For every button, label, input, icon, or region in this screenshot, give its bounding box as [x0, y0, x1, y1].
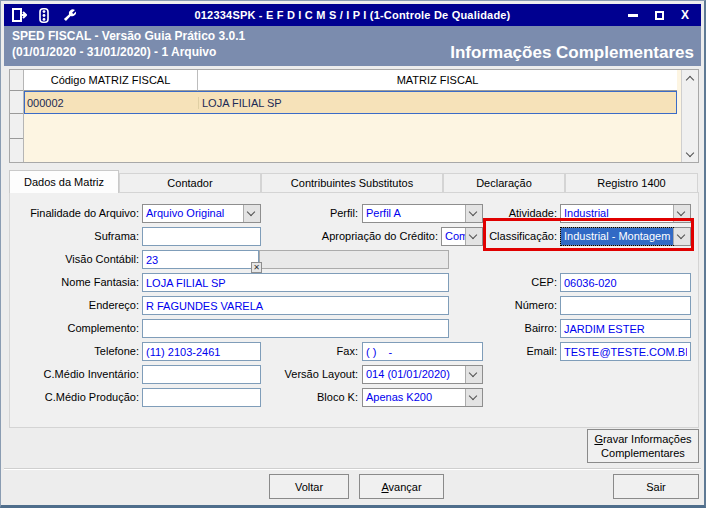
bairro-field[interactable]: [560, 319, 691, 338]
endereco-label: Endereço:: [13, 296, 139, 315]
cell-codigo: 000002: [25, 97, 199, 109]
email-field[interactable]: [560, 342, 691, 361]
title-bar: 012334SPK - E F D I C M S / I P I (1-Con…: [4, 4, 701, 26]
tab-contribuintes-substitutos[interactable]: Contribuintes Substitutos: [261, 173, 443, 193]
fax-label: Fax:: [232, 342, 358, 361]
atividade-value: Industrial: [561, 205, 673, 222]
visao-contabil-disabled-area: [259, 250, 449, 269]
c-medio-inventario-label: C.Médio Inventário:: [13, 365, 139, 384]
apropriacao-label: Apropriação do Crédito:: [312, 227, 438, 246]
atividade-dropdown[interactable]: Industrial: [560, 204, 691, 223]
dropdown-arrow-icon[interactable]: [673, 228, 690, 245]
header-band: SPED FISCAL - Versão Guia Prático 3.0.1 …: [4, 26, 701, 66]
cep-field[interactable]: [560, 273, 691, 292]
bloco-k-value: Apenas K200: [363, 389, 465, 406]
cep-label: CEP:: [431, 273, 557, 292]
table-row[interactable]: 000002 LOJA FILIAL SP: [24, 91, 677, 114]
selector-cell[interactable]: [10, 114, 23, 139]
window-title: 012334SPK - E F D I C M S / I P I (1-Con…: [4, 9, 701, 21]
gravar-informacoes-button[interactable]: Gravar Informações Complementares: [587, 429, 699, 463]
chevron-up-icon: [686, 75, 694, 83]
close-icon: X: [681, 9, 689, 21]
finalidade-label: Finalidade do Arquivo:: [13, 204, 139, 223]
numero-label: Número:: [431, 296, 557, 315]
traffic-light-icon[interactable]: [36, 7, 52, 23]
maximize-icon: [655, 11, 664, 20]
table-scrollbar[interactable]: [681, 70, 698, 162]
classificacao-dropdown[interactable]: Industrial - Montagem: [560, 227, 691, 246]
gravar-underline: G: [594, 433, 603, 445]
dropdown-arrow-icon[interactable]: [465, 366, 482, 383]
selector-header-cell: [10, 70, 23, 91]
app-version-line: SPED FISCAL - Versão Guia Prático 3.0.1: [12, 29, 245, 43]
tab-dados-da-matriz[interactable]: Dados da Matriz: [9, 170, 119, 193]
tab-registro-1400[interactable]: Registro 1400: [565, 173, 698, 193]
selector-cell[interactable]: [10, 139, 23, 162]
column-header-codigo[interactable]: Código MATRIZ FISCAL: [24, 70, 198, 91]
suframa-label: Suframa:: [13, 227, 139, 246]
page-title: Informações Complementares: [450, 43, 694, 63]
nome-fantasia-label: Nome Fantasia:: [13, 273, 139, 292]
nome-fantasia-field[interactable]: [142, 273, 449, 292]
matriz-table: Código MATRIZ FISCAL MATRIZ FISCAL 00000…: [9, 69, 699, 163]
classificacao-value: Industrial - Montagem: [561, 228, 673, 245]
minimize-icon: [628, 14, 638, 17]
visao-contabil-label: Visão Contábil:: [13, 250, 139, 269]
tab-declaracao[interactable]: Declaração: [443, 173, 565, 193]
complemento-field[interactable]: [142, 319, 449, 338]
avancar-underline: A: [381, 481, 388, 493]
dropdown-arrow-icon[interactable]: [673, 205, 690, 222]
scroll-down-button[interactable]: [682, 146, 698, 162]
sair-button[interactable]: Sair: [613, 474, 699, 499]
bloco-k-label: Bloco K:: [232, 388, 358, 407]
minimize-button[interactable]: [625, 7, 641, 23]
c-medio-producao-label: C.Médio Produção:: [13, 388, 139, 407]
clear-icon[interactable]: ✕: [251, 262, 262, 273]
gravar-line2: Complementares: [601, 447, 685, 459]
chevron-down-icon: [686, 148, 694, 156]
maximize-button[interactable]: [651, 7, 667, 23]
dropdown-arrow-icon[interactable]: [465, 389, 482, 406]
voltar-button[interactable]: Voltar: [269, 474, 349, 499]
versao-layout-value: 014 (01/01/2020): [363, 366, 465, 383]
atividade-label: Atividade:: [431, 204, 557, 223]
close-button[interactable]: X: [677, 7, 693, 23]
avancar-rest: vançar: [389, 481, 422, 493]
endereco-field[interactable]: [142, 296, 449, 315]
cell-matriz: LOJA FILIAL SP: [199, 97, 676, 109]
gravar-line1: ravar Informações: [603, 433, 692, 445]
perfil-label: Perfil:: [232, 204, 358, 223]
selector-cell[interactable]: [10, 91, 23, 114]
exit-icon[interactable]: [11, 7, 27, 23]
visao-contabil-field[interactable]: [142, 250, 259, 269]
bottom-divider: [4, 468, 701, 470]
bairro-label: Bairro:: [431, 319, 557, 338]
complemento-label: Complemento:: [13, 319, 139, 338]
telefone-label: Telefone:: [13, 342, 139, 361]
finalidade-value: Arquivo Original: [143, 205, 243, 222]
numero-field[interactable]: [560, 296, 691, 315]
column-header-matriz[interactable]: MATRIZ FISCAL: [198, 70, 677, 91]
wrench-icon[interactable]: [61, 7, 77, 23]
app-window: 012334SPK - E F D I C M S / I P I (1-Con…: [0, 0, 706, 508]
classificacao-label: Classificação:: [431, 227, 557, 246]
suframa-field[interactable]: [142, 227, 261, 246]
bloco-k-dropdown[interactable]: Apenas K200: [362, 388, 483, 407]
tab-contador[interactable]: Contador: [119, 173, 261, 193]
versao-layout-dropdown[interactable]: 014 (01/01/2020): [362, 365, 483, 384]
period-line: (01/01/2020 - 31/01/2020) - 1 Arquivo: [12, 45, 216, 59]
versao-layout-label: Versão Layout:: [232, 365, 358, 384]
email-label: Email:: [431, 342, 557, 361]
scroll-up-button[interactable]: [682, 70, 698, 86]
avancar-button[interactable]: Avançar: [359, 474, 444, 499]
